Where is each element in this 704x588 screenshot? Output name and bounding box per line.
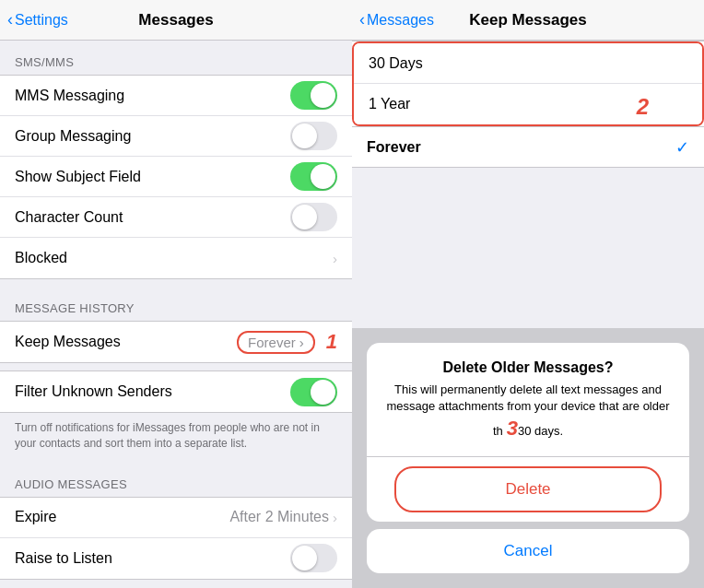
- step3-badge: 3: [507, 417, 518, 440]
- keep-30-days-row[interactable]: 30 Days: [354, 43, 702, 84]
- alert-divider: [367, 456, 689, 457]
- alert-title: Delete Older Messages?: [381, 359, 675, 376]
- cancel-button[interactable]: Cancel: [367, 529, 689, 573]
- right-back-label: Messages: [367, 12, 434, 29]
- expire-label: Expire: [15, 509, 56, 525]
- sms-mms-header: SMS/MMS: [0, 41, 352, 75]
- keep-messages-chevron-icon: ›: [299, 335, 304, 350]
- keep-messages-group: Keep Messages Forever › 1: [0, 321, 352, 363]
- keep-forever-row[interactable]: Forever ✓: [352, 126, 704, 167]
- keep-messages-current: Forever: [248, 335, 296, 350]
- group-messaging-row[interactable]: Group Messaging: [0, 116, 352, 157]
- raise-toggle-knob: [292, 546, 317, 570]
- filter-gap: [0, 363, 352, 370]
- settings-back-button[interactable]: ‹ Settings: [7, 10, 68, 29]
- show-subject-toggle[interactable]: [290, 162, 337, 191]
- right-nav-bar: ‹ Messages Keep Messages: [352, 0, 704, 41]
- left-nav-title: Messages: [138, 11, 213, 29]
- show-subject-row[interactable]: Show Subject Field: [0, 157, 352, 197]
- raise-listen-label: Raise to Listen: [15, 550, 112, 567]
- alert-overlay: Delete Older Messages? This will permane…: [352, 328, 704, 588]
- keep-messages-list: 30 Days 1 Year Forever ✓: [352, 41, 704, 168]
- mms-messaging-toggle[interactable]: [290, 81, 337, 110]
- filter-unknown-toggle[interactable]: [290, 378, 337, 406]
- alert-dialog: Delete Older Messages? This will permane…: [367, 343, 689, 522]
- message-history-header: MESSAGE HISTORY: [0, 287, 352, 321]
- filter-unknown-row[interactable]: Filter Unknown Senders: [0, 371, 352, 412]
- right-panel: ‹ Messages Keep Messages 30 Days 1 Year …: [352, 0, 704, 588]
- filter-group: Filter Unknown Senders: [0, 370, 352, 413]
- mms-toggle-knob: [311, 83, 335, 108]
- expire-chevron-icon: ›: [333, 510, 337, 525]
- blocked-chevron-icon: ›: [333, 251, 337, 266]
- audio-group: Expire After 2 Minutes › Raise to Listen: [0, 497, 352, 580]
- delete-button[interactable]: Delete: [394, 466, 662, 512]
- step1-badge: 1: [326, 330, 337, 354]
- character-toggle-knob: [292, 205, 317, 229]
- filter-toggle-knob: [311, 380, 335, 405]
- expire-value: After 2 Minutes ›: [229, 509, 337, 525]
- group-toggle-knob: [292, 123, 317, 148]
- keep-1-year-label: 1 Year: [369, 96, 410, 112]
- delete-label: Delete: [505, 480, 550, 499]
- group-messaging-toggle[interactable]: [290, 122, 337, 150]
- character-count-toggle[interactable]: [290, 203, 337, 231]
- keep-messages-value[interactable]: Forever ›: [237, 331, 315, 354]
- sms-mms-group: MMS Messaging Group Messaging Show Subje…: [0, 75, 352, 279]
- alert-message-suffix: 30 days.: [518, 424, 563, 438]
- filter-unknown-label: Filter Unknown Senders: [15, 383, 172, 400]
- show-subject-label: Show Subject Field: [15, 169, 141, 185]
- keep-messages-label: Keep Messages: [15, 334, 121, 350]
- right-back-chevron-icon: ‹: [359, 10, 365, 29]
- audio-messages-header: AUDIO MESSAGES: [0, 463, 352, 497]
- expire-current: After 2 Minutes: [229, 509, 329, 525]
- forever-checkmark-icon: ✓: [675, 137, 689, 158]
- keep-1-year-row[interactable]: 1 Year: [354, 84, 702, 124]
- character-count-label: Character Count: [15, 209, 123, 226]
- gray-area: [352, 168, 704, 278]
- group-messaging-label: Group Messaging: [15, 128, 131, 145]
- alert-content: Delete Older Messages? This will permane…: [367, 343, 689, 456]
- keep-forever-label: Forever: [367, 139, 421, 156]
- subject-toggle-knob: [311, 164, 335, 189]
- alert-message: This will permanently delete all text me…: [381, 382, 675, 443]
- raise-listen-toggle[interactable]: [290, 544, 337, 572]
- character-count-row[interactable]: Character Count: [0, 197, 352, 238]
- blocked-label: Blocked: [15, 250, 67, 266]
- keep-30-days-label: 30 Days: [369, 55, 423, 72]
- keep-messages-row[interactable]: Keep Messages Forever › 1: [0, 322, 352, 362]
- left-panel: ‹ Settings Messages SMS/MMS MMS Messagin…: [0, 0, 352, 588]
- mms-messaging-row[interactable]: MMS Messaging: [0, 76, 352, 116]
- right-nav-title: Keep Messages: [469, 11, 587, 29]
- blocked-row[interactable]: Blocked ›: [0, 238, 352, 278]
- messages-back-button[interactable]: ‹ Messages: [359, 10, 434, 29]
- filter-description: Turn off notifications for iMessages fro…: [0, 413, 352, 463]
- cancel-label: Cancel: [504, 542, 553, 560]
- raise-listen-row[interactable]: Raise to Listen: [0, 538, 352, 579]
- history-gap: [0, 279, 352, 287]
- back-chevron-icon: ‹: [7, 10, 13, 29]
- left-nav-bar: ‹ Settings Messages: [0, 0, 352, 41]
- step2-badge: 2: [637, 94, 649, 120]
- expire-row[interactable]: Expire After 2 Minutes ›: [0, 498, 352, 538]
- back-label: Settings: [15, 12, 68, 29]
- mms-messaging-label: MMS Messaging: [15, 88, 124, 104]
